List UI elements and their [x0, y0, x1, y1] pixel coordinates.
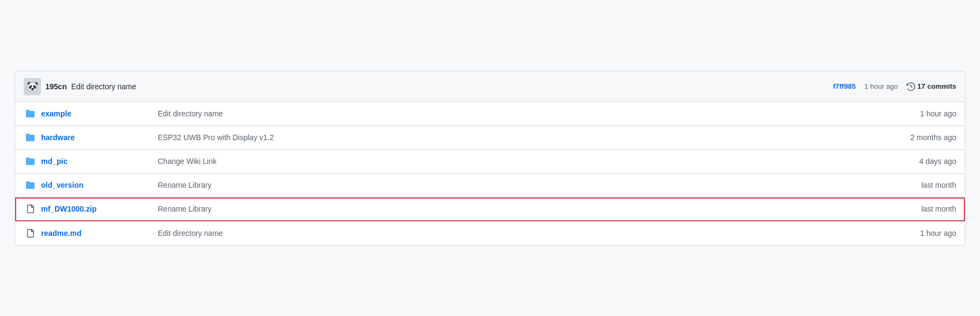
file-time-ago: last month [886, 181, 956, 189]
commit-author[interactable]: 195cn [45, 82, 67, 91]
file-name[interactable]: hardware [41, 133, 149, 142]
file-icon [24, 205, 37, 213]
file-name[interactable]: readme.md [41, 229, 149, 238]
file-name[interactable]: mf_DW1000.zip [41, 205, 149, 213]
file-commit-message: Rename Library [149, 181, 886, 189]
commit-header: 🐼 195cn Edit directory name f7ff985 1 ho… [15, 71, 965, 102]
commit-message-header: Edit directory name [71, 82, 137, 91]
file-time-ago: last month [886, 205, 956, 213]
table-row: old_versionRename Librarylast month [15, 174, 965, 198]
table-row: md_picChange Wiki Link4 days ago [15, 150, 965, 174]
file-icon [24, 229, 37, 238]
commit-header-left: 🐼 195cn Edit directory name [24, 78, 833, 95]
file-name[interactable]: example [41, 109, 149, 118]
table-row: mf_DW1000.zipRename Librarylast month [15, 198, 965, 221]
folder-icon [24, 181, 37, 189]
table-row: hardwareESP32 UWB Pro with Display v1.22… [15, 126, 965, 150]
commit-time: 1 hour ago [864, 82, 898, 90]
file-time-ago: 1 hour ago [886, 229, 956, 238]
folder-icon [24, 157, 37, 166]
file-commit-message: Edit directory name [149, 229, 886, 238]
table-row: readme.mdEdit directory name1 hour ago [15, 221, 965, 245]
file-name[interactable]: md_pic [41, 157, 149, 166]
file-time-ago: 1 hour ago [886, 109, 956, 118]
file-commit-message: Rename Library [149, 205, 886, 213]
file-commit-message: Edit directory name [149, 109, 886, 118]
table-row: exampleEdit directory name1 hour ago [15, 102, 965, 126]
folder-icon [24, 109, 37, 118]
avatar: 🐼 [24, 78, 41, 95]
repository-file-browser: 🐼 195cn Edit directory name f7ff985 1 ho… [15, 71, 965, 246]
file-time-ago: 2 months ago [886, 133, 956, 142]
commits-count: 17 [917, 82, 925, 90]
file-commit-message: ESP32 UWB Pro with Display v1.2 [149, 133, 886, 142]
folder-icon [24, 133, 37, 142]
file-time-ago: 4 days ago [886, 157, 956, 166]
file-commit-message: Change Wiki Link [149, 157, 886, 166]
commit-header-right: f7ff985 1 hour ago 17 commits [833, 82, 956, 91]
file-list: exampleEdit directory name1 hour agohard… [15, 102, 965, 245]
commits-link[interactable]: 17 commits [907, 82, 956, 91]
history-icon [907, 82, 915, 91]
commit-hash[interactable]: f7ff985 [833, 82, 856, 90]
file-name[interactable]: old_version [41, 181, 149, 189]
commits-label: commits [928, 82, 956, 90]
